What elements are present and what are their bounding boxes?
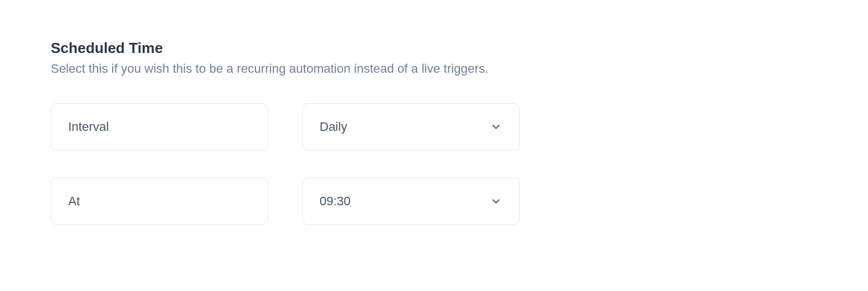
at-label: At — [68, 194, 80, 209]
interval-select[interactable]: Daily — [302, 103, 520, 151]
interval-label-box: Interval — [51, 103, 268, 151]
chevron-down-icon — [490, 195, 502, 208]
at-value: 09:30 — [320, 194, 351, 209]
at-label-box: At — [51, 178, 268, 225]
interval-row: Interval Daily — [51, 103, 817, 151]
interval-label: Interval — [68, 120, 109, 134]
at-select[interactable]: 09:30 — [302, 178, 520, 225]
chevron-down-icon — [490, 121, 502, 133]
scheduled-time-section: Scheduled Time Select this if you wish t… — [51, 39, 817, 225]
section-title: Scheduled Time — [51, 39, 817, 57]
interval-value: Daily — [320, 120, 347, 134]
at-row: At 09:30 — [51, 178, 817, 225]
section-description: Select this if you wish this to be a rec… — [51, 61, 817, 76]
